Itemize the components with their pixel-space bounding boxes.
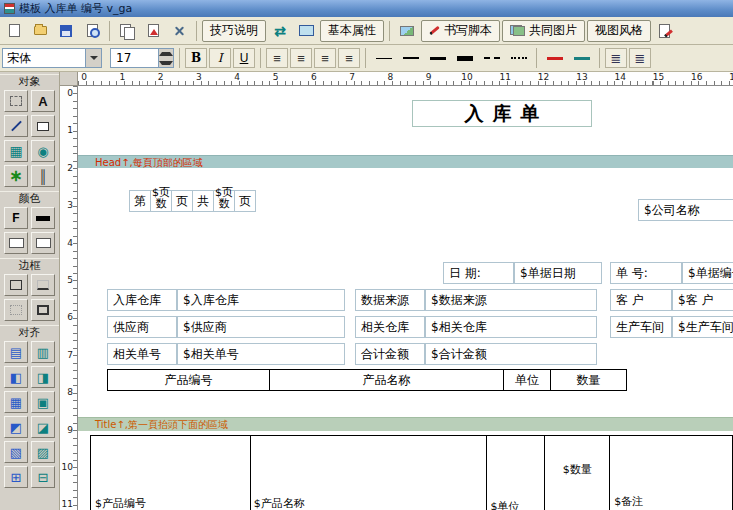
titlebar[interactable]: 模板 入库单 编号 v_ga: [0, 0, 733, 17]
workshop-label[interactable]: 生产车间: [610, 316, 672, 338]
view-style-button[interactable]: 视图风格: [587, 20, 651, 42]
save-button[interactable]: [54, 19, 78, 43]
paste-button[interactable]: [141, 19, 165, 43]
docno-value-field[interactable]: $单据编号: [682, 262, 733, 284]
col-header-quantity[interactable]: 数量: [550, 369, 627, 391]
edit-page-button[interactable]: [653, 19, 677, 43]
write-script-button[interactable]: 书写脚本: [421, 20, 500, 42]
text-tool-button[interactable]: A: [31, 90, 55, 112]
background-color-button[interactable]: [31, 232, 55, 254]
screen-button[interactable]: [294, 19, 318, 43]
line-width-2-button[interactable]: [398, 48, 423, 68]
page-cell-ye[interactable]: 页: [171, 190, 193, 212]
line-width-4-button[interactable]: [452, 48, 477, 68]
swap-button[interactable]: ⇄: [268, 19, 292, 43]
supplier-value[interactable]: $供应商: [177, 316, 345, 338]
select-tool-button[interactable]: [4, 90, 28, 112]
docno-label-field[interactable]: 单 号:: [610, 262, 682, 284]
insert-image-button[interactable]: [395, 19, 419, 43]
related-docno-label[interactable]: 相关单号: [107, 343, 177, 365]
detail-col-unit[interactable]: $单位: [487, 436, 545, 510]
dashed-line-button[interactable]: [479, 48, 504, 68]
detail-col-product-name[interactable]: $产品名称: [251, 436, 488, 510]
customer-label[interactable]: 客 户: [610, 289, 672, 311]
line-tool-button[interactable]: [4, 115, 28, 137]
align-right-edge-button[interactable]: ▥: [31, 341, 55, 363]
detail-col-product-code[interactable]: $产品编号: [91, 436, 251, 510]
teal-line-button[interactable]: [569, 48, 594, 68]
align-center-h-button[interactable]: ▦: [4, 391, 28, 413]
snap-grid-button[interactable]: ⊟: [31, 466, 55, 488]
bold-button[interactable]: B: [185, 48, 207, 68]
open-button[interactable]: [28, 19, 52, 43]
total-amount-label[interactable]: 合计金额: [355, 343, 425, 365]
detail-table[interactable]: $产品编号 $产品名称 $单位 $数量 $备注: [90, 435, 733, 510]
star-tool-button[interactable]: ∗: [4, 165, 28, 187]
title-band[interactable]: Title↑,第一頁抬頭下面的區域: [78, 417, 733, 431]
col-header-product-name[interactable]: 产品名称: [269, 369, 504, 391]
underline-button[interactable]: U: [233, 48, 255, 68]
font-combo-dropdown[interactable]: [85, 49, 101, 67]
columns-tool-button[interactable]: ║: [31, 165, 55, 187]
detail-col-remark[interactable]: $备注: [610, 436, 733, 510]
form-title-object[interactable]: 入库单: [412, 100, 592, 127]
red-line-button[interactable]: [542, 48, 567, 68]
data-source-label[interactable]: 数据来源: [355, 289, 425, 311]
line-width-3-button[interactable]: [425, 48, 450, 68]
italic-button[interactable]: I: [209, 48, 231, 68]
date-value-field[interactable]: $单据日期: [514, 262, 602, 284]
new-button[interactable]: [2, 19, 26, 43]
col-header-product-code[interactable]: 产品编号: [107, 369, 270, 391]
border-thick-button[interactable]: [31, 299, 55, 321]
customer-value[interactable]: $客 户: [672, 289, 733, 311]
dotted-line-button[interactable]: [506, 48, 531, 68]
align-center-button[interactable]: ≡: [290, 48, 312, 68]
line-width-1-button[interactable]: [371, 48, 396, 68]
supplier-label[interactable]: 供应商: [107, 316, 177, 338]
page-cell-total[interactable]: $页数: [213, 190, 235, 212]
distribute-v-button[interactable]: ⊞: [4, 466, 28, 488]
align-right-button[interactable]: ≡: [314, 48, 336, 68]
related-warehouse-label[interactable]: 相关仓库: [355, 316, 425, 338]
workshop-value[interactable]: $生产车间: [672, 316, 733, 338]
warehouse-in-label[interactable]: 入库仓库: [107, 289, 177, 311]
page-cell-gong[interactable]: 共: [192, 190, 214, 212]
border-all-button[interactable]: [4, 274, 28, 296]
preview-button[interactable]: [80, 19, 104, 43]
shared-images-button[interactable]: 共同图片: [502, 20, 585, 42]
related-warehouse-value[interactable]: $相关仓库: [425, 316, 597, 338]
align-top-edge-button[interactable]: ◧: [4, 366, 28, 388]
font-size-spinner[interactable]: 17: [110, 48, 174, 68]
design-canvas[interactable]: 入库单 Head↑,每頁頂部的區域 第 $页数 页 共 $页数 页 $公司名称 …: [78, 86, 733, 510]
align-bottom-edge-button[interactable]: ◨: [31, 366, 55, 388]
head-band[interactable]: Head↑,每頁頂部的區域: [78, 155, 733, 168]
table-tool-button[interactable]: ▦: [4, 140, 28, 162]
date-label-field[interactable]: 日 期:: [443, 262, 514, 284]
align-left-edge-button[interactable]: ▤: [4, 341, 28, 363]
row-layout-button[interactable]: ≣: [629, 48, 651, 68]
total-amount-value[interactable]: $合计金额: [425, 343, 597, 365]
size-down-button[interactable]: [159, 58, 173, 67]
line-spacing-button[interactable]: ≣: [605, 48, 627, 68]
align-justify-button[interactable]: ≡: [338, 48, 360, 68]
same-height-button[interactable]: ◪: [31, 416, 55, 438]
font-family-combo[interactable]: 宋体: [2, 48, 102, 68]
copy-button[interactable]: [115, 19, 139, 43]
same-width-button[interactable]: ◩: [4, 416, 28, 438]
border-bottom-button[interactable]: [31, 274, 55, 296]
same-size-button[interactable]: ▧: [4, 441, 28, 463]
col-header-unit[interactable]: 单位: [503, 369, 551, 391]
align-left-button[interactable]: ≡: [266, 48, 288, 68]
cut-button[interactable]: [167, 19, 191, 43]
rect-tool-button[interactable]: [31, 115, 55, 137]
company-name-field[interactable]: $公司名称: [638, 199, 733, 221]
align-center-v-button[interactable]: ▣: [31, 391, 55, 413]
page-cell-pagenum[interactable]: $页数: [150, 190, 172, 212]
related-docno-value[interactable]: $相关单号: [177, 343, 345, 365]
line-color-button[interactable]: [31, 207, 55, 229]
data-source-value[interactable]: $数据来源: [425, 289, 597, 311]
page-cell-ye2[interactable]: 页: [234, 190, 256, 212]
ellipse-tool-button[interactable]: ◉: [31, 140, 55, 162]
warehouse-in-value[interactable]: $入库仓库: [177, 289, 345, 311]
distribute-h-button[interactable]: ▨: [31, 441, 55, 463]
